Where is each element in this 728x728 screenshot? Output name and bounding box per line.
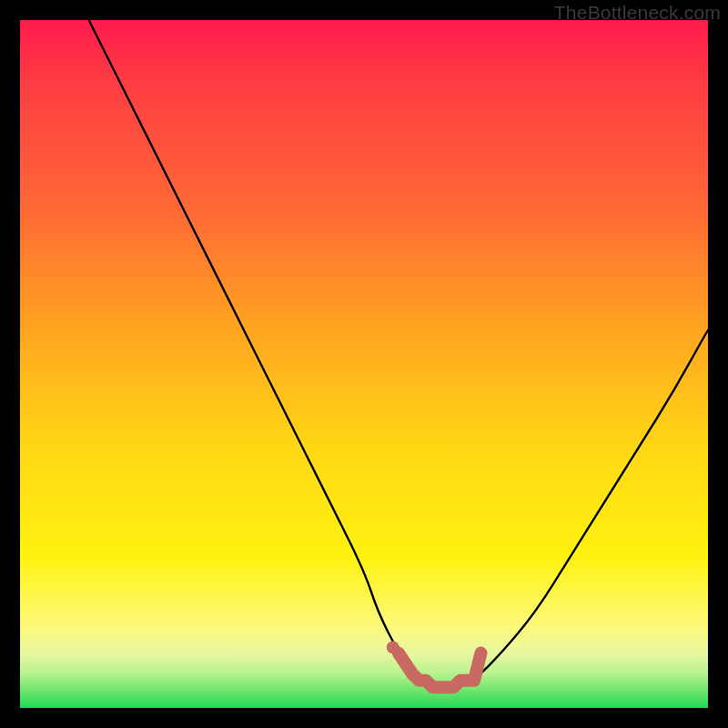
highlight-dots [387,642,481,688]
plot-area [20,20,708,708]
highlight-stroke [399,653,481,688]
chart-frame: TheBottleneck.com [0,0,728,728]
highlight-dot [387,642,399,654]
chart-svg [20,20,708,708]
bottleneck-curve [89,20,708,687]
